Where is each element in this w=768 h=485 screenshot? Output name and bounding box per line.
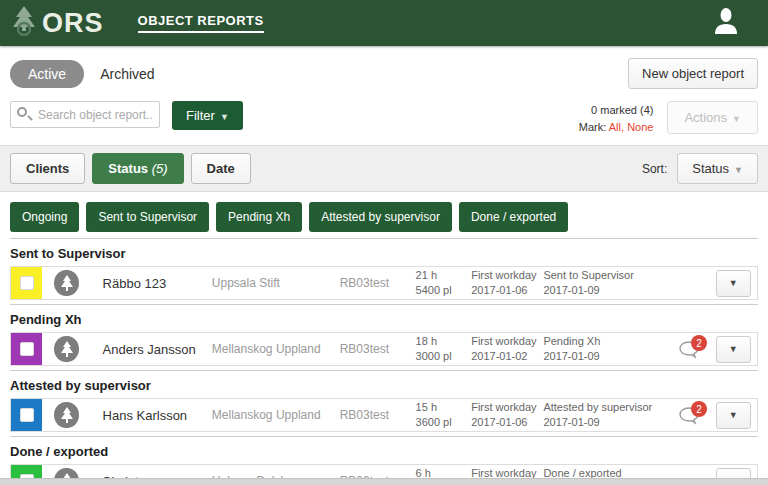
chip-ongoing[interactable]: Ongoing [10, 202, 79, 232]
object-code: RB03test [340, 342, 416, 356]
filter-band: Clients Status (5) Date Sort: Status▼ [0, 145, 768, 192]
status-filter-chips: Ongoing Sent to Supervisor Pending Xh At… [0, 192, 768, 238]
volume: 3600 pl [416, 415, 472, 430]
volume: 3000 pl [416, 349, 472, 364]
chip-pending-xh[interactable]: Pending Xh [216, 202, 302, 232]
filter-tab-status[interactable]: Status (5) [92, 153, 183, 184]
client-name: Mellanskog Uppland [212, 408, 340, 422]
tree-icon [60, 341, 74, 357]
avatar [54, 270, 78, 296]
workday-label: First workday [471, 334, 543, 349]
reports-table: Sent to Supervisor Räbbo 123 Uppsala Sti… [0, 238, 768, 485]
hours: 18 h [416, 334, 472, 349]
chip-done-exported[interactable]: Done / exported [459, 202, 568, 232]
comment-count-badge: 2 [691, 335, 707, 351]
mark-none-link[interactable]: None [627, 121, 653, 133]
row-dropdown-button[interactable]: ▼ [716, 270, 751, 297]
row-checkbox[interactable] [20, 276, 34, 290]
marked-summary: 0 marked (4) Mark: All, None [579, 101, 654, 135]
app-header: ORS OBJECT REPORTS [0, 0, 768, 46]
new-object-report-button[interactable]: New object report [628, 58, 758, 89]
avatar [54, 402, 78, 428]
user-profile-icon[interactable] [714, 8, 738, 38]
report-group: Attested by supervisor Hans Karlsson Mel… [10, 370, 758, 432]
mark-all-link[interactable]: All [609, 121, 621, 133]
status-color-cell[interactable] [11, 333, 42, 365]
hours: 15 h [416, 400, 472, 415]
status-color-cell[interactable] [11, 399, 42, 431]
report-name[interactable]: Anders Jansson [103, 342, 212, 357]
status-color-cell[interactable] [11, 267, 42, 299]
row-status: Sent to Supervisor 2017-01-09 [543, 268, 675, 298]
row-status: Attested by supervisor 2017-01-09 [543, 400, 675, 430]
marked-count-text: 0 marked (4) [579, 102, 654, 119]
hours-volume: 15 h 3600 pl [416, 400, 472, 430]
filter-tab-status-count: (5) [152, 161, 168, 176]
filter-button[interactable]: Filter▼ [172, 101, 243, 130]
dropdown-arrow-icon: ▼ [729, 278, 738, 288]
comment-cell [675, 269, 716, 297]
actions-button[interactable]: Actions▼ [667, 101, 758, 134]
tree-icon [60, 407, 74, 423]
first-workday: First workday 2017-01-06 [471, 400, 543, 430]
table-row[interactable]: Hans Karlsson Mellanskog Uppland RB03tes… [10, 398, 758, 432]
chevron-down-icon: ▼ [734, 165, 743, 175]
filter-tab-date-label: Date [207, 161, 235, 176]
filter-tab-date[interactable]: Date [191, 153, 251, 184]
group-title: Done / exported [10, 436, 758, 464]
row-dropdown-button[interactable]: ▼ [716, 402, 751, 429]
status-date: 2017-01-09 [543, 349, 675, 364]
object-code: RB03test [340, 408, 416, 422]
dropdown-arrow-icon: ▼ [729, 344, 738, 354]
search-icon [17, 107, 27, 117]
tab-active[interactable]: Active [10, 60, 84, 88]
workday-label: First workday [471, 400, 543, 415]
row-checkbox[interactable] [20, 408, 34, 422]
chip-sent-to-supervisor[interactable]: Sent to Supervisor [86, 202, 209, 232]
row-dropdown-button[interactable]: ▼ [716, 336, 751, 363]
chip-attested-by-supervisor[interactable]: Attested by supervisor [309, 202, 452, 232]
nav-object-reports[interactable]: OBJECT REPORTS [138, 13, 264, 33]
comment-cell[interactable]: 2 [675, 335, 716, 363]
row-checkbox[interactable] [20, 342, 34, 356]
filter-tab-clients-label: Clients [26, 161, 69, 176]
report-name[interactable]: Hans Karlsson [103, 408, 212, 423]
app-logo[interactable]: ORS [10, 5, 104, 41]
group-title: Pending Xh [10, 304, 758, 332]
mark-links: Mark: All, None [579, 119, 654, 136]
tab-archived[interactable]: Archived [100, 66, 154, 82]
avatar [54, 336, 78, 362]
comment-count-badge: 2 [691, 401, 707, 417]
group-title: Sent to Supervisor [10, 238, 758, 266]
sort-dropdown[interactable]: Status▼ [677, 153, 758, 184]
sort-label: Sort: [642, 162, 667, 176]
status-text: Attested by supervisor [543, 400, 675, 415]
client-name: Uppsala Stift [212, 276, 340, 290]
status-date: 2017-01-09 [543, 283, 675, 298]
first-workday: First workday 2017-01-02 [471, 334, 543, 364]
status-date: 2017-01-09 [543, 415, 675, 430]
bottom-strip [0, 478, 768, 485]
workday-date: 2017-01-06 [471, 283, 543, 298]
report-group: Pending Xh Anders Jansson Mellanskog Upp… [10, 304, 758, 366]
dropdown-arrow-icon: ▼ [729, 410, 738, 420]
filter-tab-clients[interactable]: Clients [10, 153, 85, 184]
workday-label: First workday [471, 268, 543, 283]
status-text: Sent to Supervisor [543, 268, 675, 283]
report-group: Sent to Supervisor Räbbo 123 Uppsala Sti… [10, 238, 758, 300]
comment-cell[interactable]: 2 [675, 401, 716, 429]
search-input[interactable] [10, 101, 160, 128]
mark-label: Mark: [579, 121, 607, 133]
table-row[interactable]: Anders Jansson Mellanskog Uppland RB03te… [10, 332, 758, 366]
table-row[interactable]: Räbbo 123 Uppsala Stift RB03test 21 h 54… [10, 266, 758, 300]
group-title: Attested by supervisor [10, 370, 758, 398]
tree-icon [60, 275, 74, 291]
filter-button-label: Filter [186, 108, 215, 123]
sort-value: Status [692, 161, 729, 176]
hours-volume: 21 h 5400 pl [416, 268, 472, 298]
logo-text: ORS [42, 8, 104, 39]
object-code: RB03test [340, 276, 416, 290]
search-box [10, 101, 160, 128]
report-name[interactable]: Räbbo 123 [103, 276, 212, 291]
filter-tab-status-label: Status [108, 161, 151, 176]
